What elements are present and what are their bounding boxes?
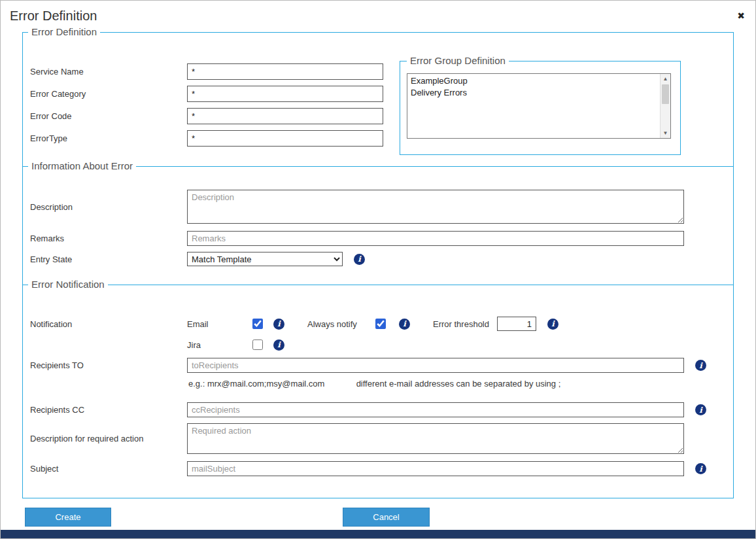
subject-input[interactable]	[187, 461, 684, 476]
jira-info-icon[interactable]: i	[273, 339, 284, 351]
error-type-label: ErrorType	[23, 133, 187, 143]
recipients-cc-input[interactable]	[187, 402, 684, 417]
error-threshold-input[interactable]	[497, 317, 536, 331]
recipients-to-label: Recipients TO	[23, 360, 187, 370]
recipients-to-row: Recipients TO i	[23, 358, 733, 373]
error-definition-dialog: Error Definition ✖ Error Definition Serv…	[0, 0, 756, 539]
cancel-button[interactable]: Cancel	[343, 508, 430, 527]
recipients-cc-label: Recipients CC	[23, 405, 187, 415]
service-name-label: Service Name	[23, 67, 187, 77]
description-textarea[interactable]	[187, 190, 684, 224]
always-notify-label: Always notify	[307, 319, 375, 329]
required-action-row: Description for required action	[23, 423, 733, 454]
error-category-label: Error Category	[23, 89, 187, 99]
recipients-to-info-icon[interactable]: i	[695, 360, 706, 371]
error-group-listbox[interactable]: ExampleGroup Delivery Errors ▲ ▼	[407, 73, 671, 139]
error-threshold-info-icon[interactable]: i	[547, 319, 558, 330]
required-action-label: Description for required action	[23, 434, 187, 443]
dialog-titlebar: Error Definition ✖	[1, 1, 755, 24]
subject-info-icon[interactable]: i	[695, 463, 706, 474]
recipients-to-input[interactable]	[187, 358, 684, 373]
close-icon[interactable]: ✖	[737, 11, 745, 20]
page-title: Error Definition	[10, 9, 97, 24]
service-name-input[interactable]	[187, 63, 383, 80]
notification-row: Notification Email i Always notify i Err…	[23, 317, 733, 331]
remarks-input[interactable]	[187, 231, 684, 246]
remarks-row: Remarks	[23, 231, 733, 246]
recipients-cc-info-icon[interactable]: i	[695, 404, 706, 415]
required-action-textarea[interactable]	[187, 423, 684, 454]
jira-label: Jira	[187, 340, 252, 350]
recipients-hint-example: e.g.: mrx@mail.com;msy@mail.com	[188, 379, 354, 389]
scroll-down-icon[interactable]: ▼	[661, 128, 670, 138]
error-code-input[interactable]	[187, 108, 383, 124]
listbox-scrollbar[interactable]: ▲ ▼	[660, 74, 670, 138]
description-label: Description	[23, 202, 187, 212]
footer-bar	[1, 530, 755, 538]
jira-row: Jira i	[23, 338, 733, 352]
recipients-cc-row: Recipients CC i	[23, 402, 733, 417]
error-code-label: Error Code	[23, 111, 187, 121]
error-category-input[interactable]	[187, 86, 383, 102]
error-notification-legend: Error Notification	[28, 279, 108, 290]
subject-label: Subject	[23, 464, 187, 474]
error-definition-fieldset: Error Definition Service Name Error Cate…	[22, 32, 734, 498]
error-group-definition-fieldset: Error Group Definition ExampleGroup Deli…	[400, 61, 681, 155]
section-error-definition: Service Name Error Category Error Code E…	[23, 33, 733, 166]
subject-row: Subject i	[23, 461, 733, 476]
email-checkbox[interactable]	[252, 319, 263, 329]
always-notify-checkbox[interactable]	[375, 319, 386, 329]
error-group-definition-legend: Error Group Definition	[407, 55, 509, 66]
jira-checkbox[interactable]	[252, 339, 263, 350]
recipients-hint: e.g.: mrx@mail.com;msy@mail.com differen…	[188, 379, 733, 389]
remarks-label: Remarks	[23, 234, 187, 243]
notification-label: Notification	[23, 319, 187, 329]
entry-state-label: Entry State	[23, 254, 187, 264]
section-error-notification: Error Notification Notification Email i …	[23, 285, 733, 498]
error-group-option[interactable]: ExampleGroup	[407, 74, 670, 87]
email-info-icon[interactable]: i	[273, 319, 284, 330]
email-label: Email	[187, 319, 252, 329]
create-button[interactable]: Create	[25, 508, 111, 527]
dialog-buttons: Create Cancel	[25, 508, 755, 527]
description-row: Description	[23, 190, 733, 224]
entry-state-info-icon[interactable]: i	[354, 254, 365, 265]
recipients-hint-note: different e-mail addresses can be separa…	[356, 379, 561, 389]
section-information-about-error: Information About Error Description Rema…	[23, 166, 733, 285]
error-type-input[interactable]	[187, 130, 383, 147]
information-about-error-legend: Information About Error	[28, 160, 136, 171]
error-group-option[interactable]: Delivery Errors	[407, 87, 670, 99]
scrollbar-thumb[interactable]	[662, 84, 669, 104]
error-threshold-label: Error threshold	[433, 319, 489, 329]
entry-state-select[interactable]: Match Template	[187, 252, 343, 266]
scroll-up-icon[interactable]: ▲	[661, 74, 670, 84]
entry-state-row: Entry State Match Template i	[23, 252, 733, 266]
always-notify-info-icon[interactable]: i	[399, 319, 410, 330]
